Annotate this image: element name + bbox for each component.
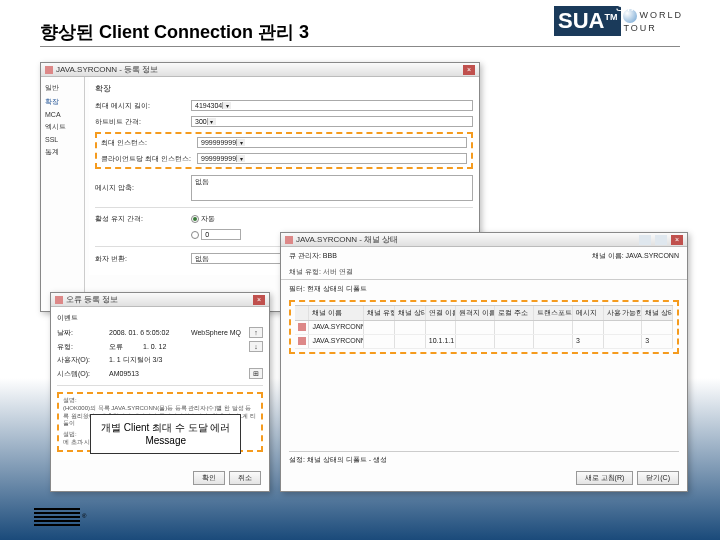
close-icon[interactable]: × bbox=[253, 295, 265, 305]
brand-sua: SUATM bbox=[554, 6, 621, 36]
app-icon bbox=[45, 66, 53, 74]
label-convert: 화자 변환: bbox=[95, 254, 185, 264]
window-titlebar[interactable]: 오류 등록 정보 × bbox=[51, 293, 269, 307]
ibm-logo: ® bbox=[34, 506, 86, 526]
callout-line1: 개별 Client 최대 수 도달 에러 bbox=[101, 421, 230, 434]
th-status[interactable]: 채널 상태 bbox=[395, 306, 426, 320]
table-row[interactable]: JAVA.SYRCONN 10.1.1.1 3 3 bbox=[295, 335, 673, 349]
cancel-button[interactable]: 취소 bbox=[229, 471, 261, 485]
status-table: 채널 이름 채널 유형 채널 상태 연결 이름 원격지 이름 로컬 주소 트랜스… bbox=[295, 305, 673, 349]
field-max-msg: 최대 메시지 길이: 4194304▾ bbox=[95, 100, 473, 111]
input-max-msg[interactable]: 4194304▾ bbox=[191, 100, 473, 111]
callout-label: 개별 Client 최대 수 도달 에러 Message bbox=[90, 414, 241, 454]
table-header: 채널 이름 채널 유형 채널 상태 연결 이름 원격지 이름 로컬 주소 트랜스… bbox=[295, 305, 673, 321]
event-header: 이벤트 bbox=[57, 313, 263, 323]
field-keepalive: 활성 유지 간격: 자동 bbox=[95, 214, 473, 224]
sidebar-item-exit[interactable]: 엑시트 bbox=[45, 122, 80, 132]
spinner-icon[interactable]: ▾ bbox=[207, 118, 216, 125]
queue-manager-label: 큐 관리자: BBB bbox=[289, 251, 337, 261]
th-local[interactable]: 로컬 주소 bbox=[495, 306, 534, 320]
channel-icon bbox=[298, 323, 306, 331]
filter-label: 필터: 현재 상태의 디폴트 bbox=[281, 280, 687, 298]
slide-title: 향상된 Client Connection 관리 3 bbox=[40, 20, 309, 44]
window-title: JAVA.SYRCONN - 채널 상태 bbox=[296, 234, 636, 245]
channel-icon bbox=[298, 337, 306, 345]
up-button[interactable]: ↑ bbox=[249, 327, 263, 338]
footer-label: 설정: 채널 상태의 디폴트 - 생성 bbox=[289, 451, 679, 465]
th-remote[interactable]: 원격지 이름 bbox=[456, 306, 495, 320]
spinner-icon[interactable]: ▾ bbox=[222, 102, 231, 109]
label-user: 사용자(O): bbox=[57, 355, 101, 365]
window-title: JAVA.SYRCONN - 등록 정보 bbox=[56, 64, 460, 75]
app-icon bbox=[285, 236, 293, 244]
input-heartbeat[interactable]: 300▾ bbox=[191, 116, 473, 127]
down-button[interactable]: ↓ bbox=[249, 341, 263, 352]
ibm-bars-icon bbox=[34, 506, 80, 526]
label-install: 시스템(O): bbox=[57, 369, 101, 379]
radio-auto[interactable]: 자동 bbox=[191, 214, 215, 224]
th-msg[interactable]: 메시지 bbox=[573, 306, 604, 320]
input-msg-compress[interactable]: 없음 bbox=[191, 175, 473, 201]
input-max-inst-client[interactable]: 999999999▾ bbox=[197, 153, 467, 164]
sidebar-item-mca[interactable]: MCA bbox=[45, 111, 80, 118]
channel-status-dialog: JAVA.SYRCONN - 채널 상태 × 큐 관리자: BBB 채널 이름:… bbox=[280, 232, 688, 492]
field-msg-compress: 메시지 압축: 없음 bbox=[95, 175, 473, 201]
sidebar-item-general[interactable]: 일반 bbox=[45, 83, 80, 93]
desc-label: 설명: bbox=[63, 397, 257, 405]
label-date: 날짜: bbox=[57, 328, 101, 338]
error-dialog: 오류 등록 정보 × 이벤트 날짜:2008. 01. 6 5:05:02Web… bbox=[50, 292, 270, 492]
label-type: 유형: bbox=[57, 342, 101, 352]
field-max-inst-client: 클라이언트당 최대 인스턴스: 999999999▾ bbox=[101, 153, 467, 164]
field-heartbeat: 하트비트 간격: 300▾ bbox=[95, 116, 473, 127]
copy-button[interactable]: ⊞ bbox=[249, 368, 263, 379]
close-icon[interactable]: × bbox=[671, 235, 683, 245]
input-max-inst[interactable]: 999999999▾ bbox=[197, 137, 467, 148]
maximize-icon[interactable] bbox=[655, 235, 667, 245]
sidebar-item-extend[interactable]: 확장 bbox=[45, 97, 80, 107]
dialog-buttons: 새로 고침(R) 닫기(C) bbox=[576, 471, 679, 485]
brand-logo: Smart SUATM WORLD TOUR bbox=[554, 2, 714, 40]
label-max-msg: 최대 메시지 길이: bbox=[95, 101, 185, 111]
th-avail[interactable]: 사용 가능한 메시지 bbox=[604, 306, 643, 320]
channel-name-label: 채널 이름: JAVA.SYRCONN bbox=[592, 251, 679, 261]
sidebar: 일반 확장 MCA 엑시트 SSL 통계 bbox=[41, 77, 85, 311]
callout-line2: Message bbox=[101, 434, 230, 447]
label-max-inst: 최대 인스턴스: bbox=[101, 138, 191, 148]
app-icon bbox=[55, 296, 63, 304]
th-trans[interactable]: 트랜스포트 번호 bbox=[534, 306, 573, 320]
close-icon[interactable]: × bbox=[463, 65, 475, 75]
window-titlebar[interactable]: JAVA.SYRCONN - 채널 상태 × bbox=[281, 233, 687, 247]
label-heartbeat: 하트비트 간격: bbox=[95, 117, 185, 127]
window-title: 오류 등록 정보 bbox=[66, 294, 250, 305]
section-title: 확장 bbox=[95, 83, 473, 94]
window-titlebar[interactable]: JAVA.SYRCONN - 등록 정보 × bbox=[41, 63, 479, 77]
spinner-icon[interactable]: ▾ bbox=[236, 139, 245, 146]
dialog-buttons: 확인 취소 bbox=[193, 471, 261, 485]
radio-value[interactable]: 0 bbox=[191, 229, 241, 240]
field-max-inst: 최대 인스턴스: 999999999▾ bbox=[101, 137, 467, 148]
separator bbox=[95, 207, 473, 208]
channel-type-label: 채널 유형: 서버 연결 bbox=[281, 265, 687, 280]
sidebar-item-stats[interactable]: 통계 bbox=[45, 147, 80, 157]
table-row[interactable]: JAVA.SYRCONN bbox=[295, 321, 673, 335]
spinner-icon[interactable]: ▾ bbox=[236, 155, 245, 162]
th-conn[interactable]: 연결 이름 bbox=[426, 306, 457, 320]
refresh-button[interactable]: 새로 고침(R) bbox=[576, 471, 634, 485]
status-header: 큐 관리자: BBB 채널 이름: JAVA.SYRCONN bbox=[281, 247, 687, 265]
brand-smart: Smart bbox=[616, 0, 648, 14]
ok-button[interactable]: 확인 bbox=[193, 471, 225, 485]
sidebar-item-ssl[interactable]: SSL bbox=[45, 136, 80, 143]
highlighted-instance-fields: 최대 인스턴스: 999999999▾ 클라이언트당 최대 인스턴스: 9999… bbox=[95, 132, 473, 169]
label-keepalive: 활성 유지 간격: bbox=[95, 214, 185, 224]
label-max-inst-client: 클라이언트당 최대 인스턴스: bbox=[101, 154, 191, 164]
label-msg-compress: 메시지 압축: bbox=[95, 183, 185, 193]
th-type[interactable]: 채널 유형 bbox=[364, 306, 395, 320]
minimize-icon[interactable] bbox=[639, 235, 651, 245]
th-chstatus[interactable]: 채널 상태 bbox=[642, 306, 673, 320]
close-button[interactable]: 닫기(C) bbox=[637, 471, 679, 485]
th-name[interactable]: 채널 이름 bbox=[309, 306, 364, 320]
